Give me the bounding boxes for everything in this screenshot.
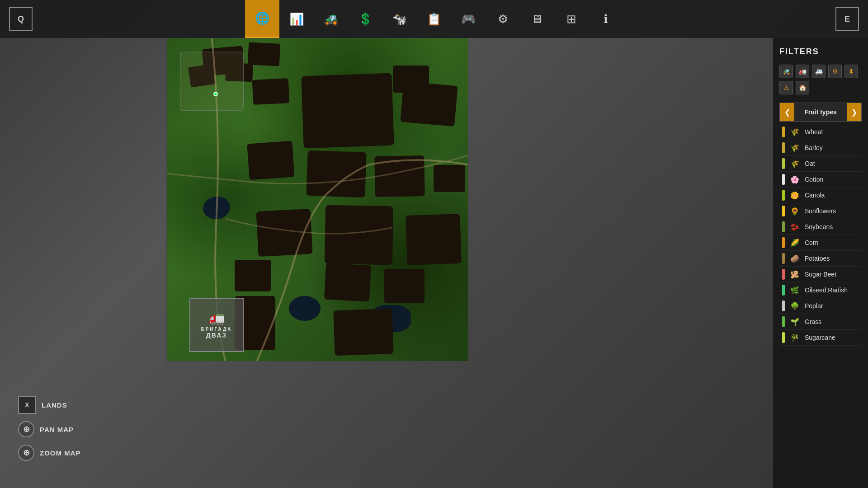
fruit-item-sugar-beet[interactable]: 🫚 Sugar Beet xyxy=(779,267,862,282)
fruit-icon-canola: 🌼 xyxy=(789,190,800,201)
fruit-item-canola[interactable]: 🌼 Canola xyxy=(779,188,862,203)
lands-control[interactable]: X LANDS xyxy=(18,396,81,414)
filter-icons-row: 🚜 🚛 🚐 ⚙ ⬇ ⚠ 🏠 xyxy=(779,65,862,94)
house-filter-btn[interactable]: 🏠 xyxy=(796,81,809,94)
fruit-icon-corn: 🌽 xyxy=(789,237,800,248)
nav-info-button[interactable]: ℹ xyxy=(589,0,623,38)
nav-animals-button[interactable]: 🐄 xyxy=(382,0,417,38)
monitor-icon: 🖥 xyxy=(531,12,543,26)
map-logo: 🚛 БРИГАДА ДВАЗ xyxy=(189,298,244,352)
gear-filter-btn[interactable]: ⚙ xyxy=(828,65,842,78)
fruit-item-wheat[interactable]: 🌾 Wheat xyxy=(779,124,862,140)
fruit-item-cotton[interactable]: 🌸 Cotton xyxy=(779,172,862,188)
nav-vehicles-button[interactable]: 🚜 xyxy=(314,0,348,38)
fruit-icon-oat: 🌾 xyxy=(789,158,800,169)
fruit-icon-oilseed-radish: 🌿 xyxy=(789,285,800,296)
chart-icon: 📊 xyxy=(289,12,304,26)
fruit-item-sunflowers[interactable]: 🌻 Sunflowers xyxy=(779,203,862,219)
lands-label: LANDS xyxy=(42,401,67,409)
fruit-item-oat[interactable]: 🌾 Oat xyxy=(779,156,862,172)
bottom-controls: X LANDS ⊕ PAN MAP ⊕ ZOOM MAP xyxy=(18,396,81,461)
top-nav: Q 🌐 📊 🚜 💲 🐄 📋 🎮 ⚙ xyxy=(0,0,868,38)
nav-center: 🌐 📊 🚜 💲 🐄 📋 🎮 ⚙ 🖥 xyxy=(245,0,623,38)
document-icon: 📋 xyxy=(427,12,441,26)
fruit-name-label: Barley xyxy=(805,144,823,151)
fruit-color-dot xyxy=(782,285,785,296)
fruit-icon-grass: 🌱 xyxy=(789,316,800,327)
nav-multiplayer-button[interactable]: 🎮 xyxy=(451,0,486,38)
fruit-icon-barley: 🌾 xyxy=(789,142,800,153)
fruit-color-dot xyxy=(782,174,785,185)
van-filter-btn[interactable]: 🚐 xyxy=(812,65,826,78)
nav-left: Q xyxy=(9,7,33,31)
fruit-name-label: Soybeans xyxy=(805,223,833,230)
fruit-name-label: Canola xyxy=(805,192,825,199)
fruit-color-dot xyxy=(782,190,785,201)
fruit-item-barley[interactable]: 🌾 Barley xyxy=(779,140,862,156)
player-position xyxy=(213,92,218,96)
q-key-label: Q xyxy=(18,14,24,24)
fruit-color-dot xyxy=(782,316,785,327)
alert-filter-btn[interactable]: ⚠ xyxy=(779,81,793,94)
fruit-name-label: Oilseed Radish xyxy=(805,286,848,294)
fruit-name-label: Sugarcane xyxy=(805,334,835,341)
fruit-item-corn[interactable]: 🌽 Corn xyxy=(779,235,862,251)
nav-jobs-button[interactable]: 📋 xyxy=(417,0,451,38)
fruit-item-grass[interactable]: 🌱 Grass xyxy=(779,314,862,330)
info-icon: ℹ xyxy=(604,12,608,26)
controller-icon: 🎮 xyxy=(461,12,476,26)
fruit-icon-sugar-beet: 🫚 xyxy=(789,269,800,280)
fruit-color-dot xyxy=(782,206,785,216)
map-background: 🚛 БРИГАДА ДВАЗ xyxy=(167,38,468,361)
fruit-item-potatoes[interactable]: 🥔 Potatoes xyxy=(779,251,862,267)
fruit-nav-prev[interactable]: ❮ xyxy=(780,103,794,121)
fruit-icon-sunflowers: 🌻 xyxy=(789,206,800,216)
download-filter-btn[interactable]: ⬇ xyxy=(844,65,858,78)
fruit-icon-potatoes: 🥔 xyxy=(789,253,800,264)
map-container[interactable]: 🚛 БРИГАДА ДВАЗ xyxy=(166,38,468,361)
fruit-item-oilseed-radish[interactable]: 🌿 Oilseed Radish xyxy=(779,282,862,298)
fruit-color-dot xyxy=(782,269,785,280)
fruit-name-label: Cotton xyxy=(805,176,823,183)
fruit-name-label: Oat xyxy=(805,160,815,167)
nav-chart-button[interactable]: 📊 xyxy=(279,0,314,38)
nav-map-button[interactable]: 🌐 xyxy=(245,0,279,38)
nav-help-button[interactable]: 🖥 xyxy=(520,0,554,38)
fruit-color-dot xyxy=(782,300,785,311)
nav-construction-button[interactable]: ⚙ xyxy=(486,0,520,38)
x-key: X xyxy=(18,396,36,414)
q-key-button[interactable]: Q xyxy=(9,7,33,31)
zoom-map-control[interactable]: ⊕ ZOOM MAP xyxy=(18,445,81,461)
pan-map-control[interactable]: ⊕ PAN MAP xyxy=(18,421,81,437)
dollar-icon: 💲 xyxy=(358,12,373,26)
fruit-icon-poplar: 🌳 xyxy=(789,300,800,311)
pan-icon: ⊕ xyxy=(18,421,34,437)
fruit-name-label: Grass xyxy=(805,318,821,325)
nav-finances-button[interactable]: 💲 xyxy=(348,0,382,38)
gear-nav-icon: ⚙ xyxy=(498,12,508,26)
fruit-color-dot xyxy=(782,142,785,153)
nav-right: E xyxy=(835,7,859,31)
fruit-nav-header: ❮ Fruit types ❯ xyxy=(779,103,862,122)
fruit-color-dot xyxy=(782,127,785,137)
fruit-icon-sugarcane: 🎋 xyxy=(789,332,800,343)
fruit-nav-next[interactable]: ❯ xyxy=(847,103,861,121)
fruit-name-label: Wheat xyxy=(805,128,823,136)
fruit-item-poplar[interactable]: 🌳 Poplar xyxy=(779,298,862,314)
fruit-name-label: Poplar xyxy=(805,302,823,310)
fruit-name-label: Corn xyxy=(805,239,818,246)
nav-achievements-button[interactable]: ⊞ xyxy=(554,0,589,38)
e-key-button[interactable]: E xyxy=(835,7,859,31)
fruit-icon-wheat: 🌾 xyxy=(789,127,800,137)
truck-filter-btn[interactable]: 🚛 xyxy=(796,65,809,78)
cow-icon: 🐄 xyxy=(392,12,407,26)
fruit-item-soybeans[interactable]: 🫘 Soybeans xyxy=(779,219,862,235)
tractor-filter-btn[interactable]: 🚜 xyxy=(779,65,793,78)
fruit-color-dot xyxy=(782,237,785,248)
fruit-list: 🌾 Wheat 🌾 Barley 🌾 Oat 🌸 Cotton 🌼 Canola… xyxy=(779,124,862,346)
zoom-icon: ⊕ xyxy=(18,445,34,461)
right-panel: FILTERS 🚜 🚛 🚐 ⚙ ⬇ ⚠ 🏠 ❮ Fruit types ❯ 🌾 … xyxy=(773,38,868,488)
tractor-nav-icon: 🚜 xyxy=(324,12,338,26)
fruit-item-sugarcane[interactable]: 🎋 Sugarcane xyxy=(779,330,862,346)
fruit-color-dot xyxy=(782,158,785,169)
